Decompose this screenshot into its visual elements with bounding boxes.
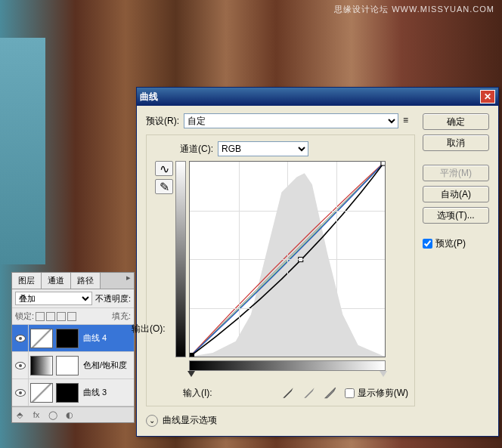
black-point-slider[interactable] [187, 371, 195, 377]
auto-button[interactable]: 自动(A) [423, 186, 489, 202]
white-point-slider[interactable] [380, 371, 387, 377]
input-gradient [189, 360, 386, 371]
preset-label: 预设(R): [146, 115, 179, 128]
expand-toggle-icon[interactable]: ⌄ [146, 415, 158, 427]
lock-transparency-icon[interactable] [36, 312, 45, 321]
visibility-toggle[interactable] [12, 325, 29, 351]
preview-checkbox[interactable]: 预览(P) [423, 237, 489, 250]
curves-dialog: 曲线 ✕ 预设(R): 自定 ≡ 通道(C): RGB [136, 87, 499, 437]
mask-icon[interactable]: ◯ [48, 409, 58, 420]
lock-all-icon[interactable] [67, 312, 76, 321]
channel-select[interactable]: RGB [218, 141, 308, 156]
layer-row[interactable]: 曲线 3 [12, 379, 134, 406]
visibility-toggle[interactable] [12, 379, 29, 406]
eyedropper-white-icon[interactable] [324, 386, 337, 400]
eye-icon [15, 335, 26, 342]
curve-display-options-label: 曲线显示选项 [163, 414, 217, 427]
options-button[interactable]: 选项(T)... [423, 207, 489, 224]
output-label: 输出(O): [132, 323, 166, 335]
adjustment-icon[interactable]: ◐ [64, 409, 75, 420]
layer-thumb-icon [30, 329, 53, 348]
show-clipping-label: 显示修剪(W) [358, 387, 408, 400]
visibility-toggle[interactable] [12, 352, 29, 378]
tab-channels[interactable]: 通道 [42, 273, 71, 289]
lock-position-icon[interactable] [57, 312, 66, 321]
layer-mask-icon [56, 383, 79, 403]
opacity-label: 不透明度: [95, 293, 131, 304]
layers-panel: 图层 通道 路径 ▸ 叠加 不透明度: 锁定: 填充: 曲线 4 色相/饱和度 [11, 272, 135, 423]
titlebar[interactable]: 曲线 ✕ [137, 88, 498, 106]
pencil-tool-button[interactable]: ✎ [155, 179, 173, 194]
curve-graph[interactable] [189, 161, 386, 357]
svg-rect-3 [190, 353, 194, 357]
layer-thumb-icon [30, 356, 53, 375]
layer-name: 曲线 4 [83, 332, 107, 344]
input-label: 输入(I): [183, 387, 212, 400]
show-clipping-input[interactable] [345, 388, 355, 398]
curve-tool-button[interactable]: ∿ [155, 161, 173, 176]
layer-thumb-icon [30, 383, 53, 403]
eyedropper-black-icon[interactable] [281, 386, 295, 400]
close-button[interactable]: ✕ [480, 90, 495, 104]
panel-menu-icon[interactable]: ▸ [123, 273, 134, 289]
output-gradient [175, 161, 186, 357]
show-clipping-checkbox[interactable]: 显示修剪(W) [345, 387, 408, 400]
smooth-button: 平滑(M) [423, 165, 489, 181]
eyedropper-gray-icon[interactable] [302, 386, 316, 400]
layer-list: 曲线 4 色相/饱和度 曲线 3 [12, 325, 134, 406]
layer-name: 曲线 3 [83, 387, 107, 398]
layer-mask-icon [56, 356, 79, 375]
preset-select[interactable]: 自定 [184, 113, 398, 128]
fill-label: 填充: [112, 311, 131, 322]
layer-row[interactable]: 曲线 4 [12, 325, 134, 352]
lock-paint-icon[interactable] [46, 312, 55, 321]
link-icon[interactable]: ⬘ [14, 409, 25, 420]
ok-button[interactable]: 确定 [423, 113, 489, 130]
layer-name: 色相/饱和度 [83, 360, 127, 371]
dialog-title: 曲线 [140, 91, 158, 104]
svg-rect-4 [381, 162, 385, 165]
cancel-button[interactable]: 取消 [423, 134, 489, 151]
channel-label: 通道(C): [180, 143, 213, 156]
fx-icon[interactable]: fx [31, 409, 42, 420]
preview-label: 预览(P) [435, 237, 466, 250]
tab-layers[interactable]: 图层 [12, 273, 42, 289]
watermark-text: 思缘设计论坛 WWW.MISSYUAN.COM [334, 4, 494, 15]
eye-icon [15, 389, 26, 397]
layer-mask-icon [56, 329, 79, 348]
preset-menu-icon[interactable]: ≡ [403, 115, 415, 127]
preview-input[interactable] [423, 239, 432, 249]
tab-paths[interactable]: 路径 [71, 273, 101, 289]
layer-row[interactable]: 色相/饱和度 [12, 352, 134, 379]
eye-icon [15, 362, 26, 369]
lock-label: 锁定: [15, 311, 34, 322]
blend-mode-select[interactable]: 叠加 [15, 292, 92, 305]
